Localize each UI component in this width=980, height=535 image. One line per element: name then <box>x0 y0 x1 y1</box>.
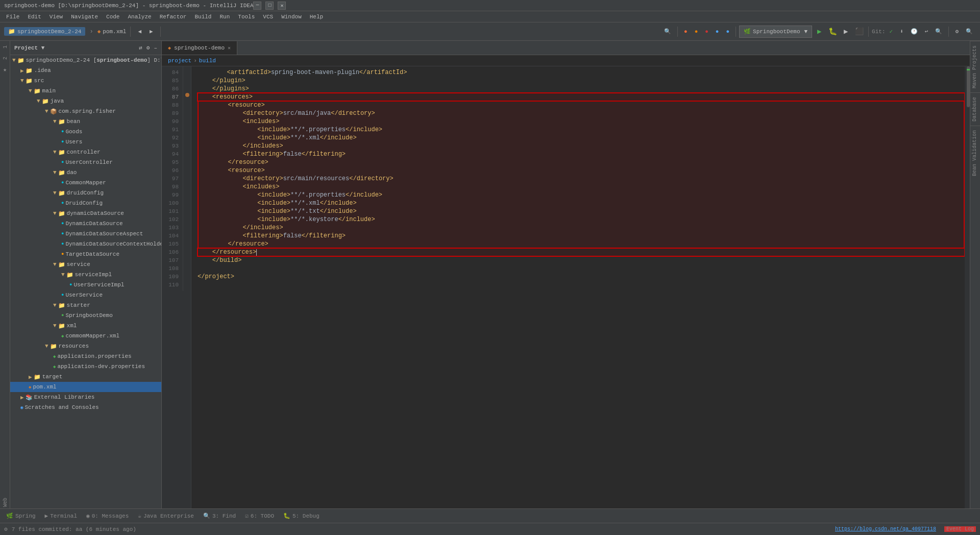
bean-validation-tab[interactable]: Bean Validation <box>970 126 980 180</box>
menu-code[interactable]: Code <box>102 13 124 21</box>
tree-item-commonmapper[interactable]: ● CommonMapper <box>10 178 161 188</box>
minimize-button[interactable]: ─ <box>253 2 261 10</box>
find-tab[interactable]: 🔍 3: Find <box>199 510 240 522</box>
menu-build[interactable]: Build <box>190 13 215 21</box>
java-enterprise-tab[interactable]: ☕ Java Enterprise <box>134 510 198 522</box>
tree-item-bean[interactable]: ▼ 📁 bean <box>10 116 161 127</box>
messages-tab[interactable]: ◉ 0: Messages <box>82 510 133 522</box>
tree-item-resources[interactable]: ▼ 📁 resources <box>10 341 161 351</box>
menu-vcs[interactable]: VCS <box>259 13 277 21</box>
tree-item-dao[interactable]: ▼ 📁 dao <box>10 167 161 178</box>
tree-item-target[interactable]: ▶ 📁 target <box>10 372 161 382</box>
todo-tab[interactable]: ☑ 6: TODO <box>241 510 278 522</box>
tree-item-src[interactable]: ▼ 📁 src <box>10 76 161 86</box>
project-tree-icon3[interactable]: – <box>154 45 157 51</box>
tree-item-idea[interactable]: ▶ 📁 .idea <box>10 65 161 76</box>
forward-button[interactable]: ▶ <box>146 25 156 39</box>
tree-item-dynamicdatasource[interactable]: ▼ 📁 dynamicDataSource <box>10 208 161 218</box>
tree-item-xml[interactable]: ▼ 📁 xml <box>10 321 161 331</box>
menu-file[interactable]: File <box>2 13 23 21</box>
tab-close-button[interactable]: ✕ <box>228 45 231 51</box>
run-config-selector[interactable]: 🌿 SpringbootDemo ▼ <box>739 26 812 38</box>
browser-icon3[interactable]: ● <box>713 25 722 39</box>
tree-item-appdevprops[interactable]: ◆ application-dev.properties <box>10 361 161 372</box>
terminal-tab[interactable]: ▶ Terminal <box>41 510 81 522</box>
menu-tools[interactable]: Tools <box>234 13 259 21</box>
tree-item-serviceimpl[interactable]: ▼ 📁 serviceImpl <box>10 270 161 280</box>
tree-item-druidconfig[interactable]: ▼ 📁 druidConfig <box>10 188 161 198</box>
browser-icon2[interactable]: ● <box>702 25 712 39</box>
search-button[interactable]: 🔍 <box>963 25 976 39</box>
back-button[interactable]: ◀ <box>135 25 144 39</box>
tree-item-druidconfigclass[interactable]: ● DruidConfig <box>10 198 161 208</box>
editor-scrollbar[interactable] <box>965 66 970 508</box>
menu-refactor[interactable]: Refactor <box>156 13 191 21</box>
debug-button[interactable]: 🐛 <box>826 26 839 38</box>
project-label[interactable]: 📁 springbootDemo_2-24 <box>4 27 85 36</box>
side-icon-project[interactable]: 1 <box>1 43 9 51</box>
spring-tab[interactable]: 🌿 Spring <box>2 510 40 522</box>
menu-navigate[interactable]: Navigate <box>67 13 102 21</box>
breadcrumb-project[interactable]: project <box>168 58 191 64</box>
code-editor[interactable]: 84 85 86 87 88 89 90 91 92 93 94 95 96 9… <box>162 66 970 508</box>
tree-item-users[interactable]: ● Users <box>10 137 161 147</box>
menu-analyze[interactable]: Analyze <box>124 13 155 21</box>
close-button[interactable]: ✕ <box>278 2 286 10</box>
stop-button[interactable]: ⬛ <box>853 26 865 38</box>
tree-item-springbootdemo[interactable]: ● SpringbootDemo <box>10 310 161 321</box>
breadcrumb-build[interactable]: build <box>199 58 216 64</box>
csdn-link[interactable]: https://blog.csdn.net/qa_40977118 <box>835 526 936 532</box>
code-content[interactable]: <artifactId>spring-boot-maven-plugin</ar… <box>191 66 965 508</box>
tree-item-goods[interactable]: ● Goods <box>10 127 161 137</box>
coverage-button[interactable]: ▶ <box>840 26 852 38</box>
maximize-button[interactable]: □ <box>265 2 274 10</box>
firefox-icon[interactable]: ● <box>692 25 701 39</box>
tree-item-package[interactable]: ▼ 📦 com.spring.fisher <box>10 106 161 116</box>
git-rollback[interactable]: ↩ <box>922 25 932 39</box>
side-icon-structure[interactable]: 2 <box>1 54 9 62</box>
settings-button[interactable]: ⚙ <box>952 25 962 39</box>
tree-item-commommapper[interactable]: ◆ commomMapper.xml <box>10 331 161 341</box>
browser-icon4[interactable]: ● <box>723 25 732 39</box>
maven-tab[interactable]: Maven Projects <box>970 41 980 92</box>
tree-item-usercontroller[interactable]: ● UserController <box>10 157 161 167</box>
git-update[interactable]: ⬇ <box>897 25 906 39</box>
tree-item-main[interactable]: ▼ 📁 main <box>10 86 161 96</box>
project-tree-icon1[interactable]: ⇄ <box>139 44 142 51</box>
pom-label[interactable]: ◆ pom.xml <box>97 28 127 35</box>
editor-tab-springboot-demo[interactable]: ◆ springboot-demo ✕ <box>162 41 237 55</box>
menu-view[interactable]: View <box>45 13 67 21</box>
menu-edit[interactable]: Edit <box>23 13 45 21</box>
tree-item-controller[interactable]: ▼ 📁 controller <box>10 147 161 157</box>
project-tree-icon2[interactable]: ⚙ <box>146 44 150 51</box>
scrollbar-thumb[interactable] <box>967 66 970 107</box>
tree-item-java[interactable]: ▼ 📁 java <box>10 96 161 106</box>
git-search[interactable]: 🔍 <box>932 25 945 39</box>
chrome-icon[interactable]: ● <box>681 25 691 39</box>
tree-item-extlibs[interactable]: ▶ 📚 External Libraries <box>10 392 161 402</box>
tree-item-targetds[interactable]: ● TargetDataSource <box>10 249 161 259</box>
tree-item-userservice[interactable]: ● UserService <box>10 290 161 300</box>
side-icon-favorites[interactable]: ★ <box>1 65 9 74</box>
tree-item-starter[interactable]: ▼ 📁 starter <box>10 300 161 310</box>
debug-tab[interactable]: 🐛 5: Debug <box>279 510 324 522</box>
tree-item-scratches[interactable]: ◉ Scratches and Consoles <box>10 402 161 412</box>
tree-item-dds[interactable]: ● DynamicDataSource <box>10 218 161 229</box>
search-all-button[interactable]: 🔍 <box>661 25 674 39</box>
git-checkmark[interactable]: ✓ <box>887 25 896 39</box>
database-tab[interactable]: Database <box>970 92 980 126</box>
tree-item-ddscontextholder[interactable]: ● DynamicDataSourceContextHolder <box>10 239 161 249</box>
tree-item-userserviceimpl[interactable]: ● UserServiceImpl <box>10 280 161 290</box>
menu-help[interactable]: Help <box>306 13 327 21</box>
menu-window[interactable]: Window <box>277 13 306 21</box>
tree-item-pomxml[interactable]: ◆ pom.xml <box>10 382 161 392</box>
side-icon-web[interactable]: Web <box>1 498 9 506</box>
tree-item-ddsaspect[interactable]: ● DynamicDataSourceAspect <box>10 229 161 239</box>
tree-item-appprops[interactable]: ◆ application.properties <box>10 351 161 361</box>
run-button[interactable]: ▶ <box>813 26 825 38</box>
event-log-label[interactable]: Event Log <box>944 526 976 532</box>
menu-run[interactable]: Run <box>215 13 234 21</box>
git-history[interactable]: 🕐 <box>908 25 921 39</box>
tree-item-service[interactable]: ▼ 📁 service <box>10 259 161 270</box>
tree-item-root[interactable]: ▼ 📁 springbootDemo_2-24 [springboot-demo… <box>10 55 161 65</box>
